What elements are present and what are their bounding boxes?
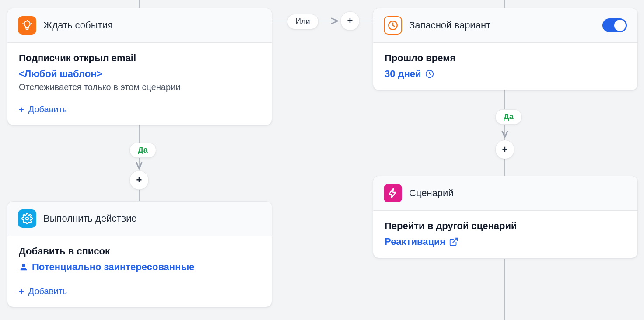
- add-action-button[interactable]: + Добавить: [19, 286, 260, 296]
- action-title: Выполнить действие: [43, 213, 137, 224]
- list-label: Потенциально заинтересованные: [32, 261, 194, 273]
- external-link-icon: [449, 237, 458, 247]
- fallback-subtitle: Прошло время: [385, 52, 626, 64]
- scenario-target-label: Реактивация: [385, 236, 445, 247]
- action-card[interactable]: Выполнить действие Добавить в список Пот…: [7, 201, 272, 307]
- add-event-button[interactable]: + Добавить: [19, 104, 260, 115]
- wait-event-title: Ждать события: [43, 20, 113, 31]
- action-subtitle: Добавить в список: [19, 246, 260, 257]
- fallback-header: Запасной вариант: [373, 8, 637, 43]
- plus-icon: +: [19, 105, 24, 114]
- user-icon: [19, 262, 28, 272]
- add-action-label: Добавить: [28, 286, 67, 296]
- yes-pill-right: Да: [495, 109, 522, 125]
- lightning-icon: [384, 184, 402, 202]
- yes-pill-left: Да: [130, 143, 156, 158]
- svg-point-2: [26, 217, 29, 220]
- clock-small-icon: [425, 69, 434, 79]
- wait-event-header: Ждать события: [7, 8, 272, 43]
- template-link[interactable]: <Любой шаблон>: [19, 68, 260, 80]
- duration-link[interactable]: 30 дней: [385, 68, 434, 80]
- lightbulb-icon: [18, 16, 36, 35]
- scenario-card[interactable]: Сценарий Перейти в другой сценарий Реакт…: [373, 176, 638, 258]
- scenario-target-link[interactable]: Реактивация: [385, 236, 458, 247]
- or-pill: Или: [287, 14, 318, 29]
- add-branch-button[interactable]: +: [340, 11, 360, 31]
- add-step-left-button[interactable]: +: [130, 170, 149, 190]
- fallback-title: Запасной вариант: [409, 20, 490, 31]
- wait-event-card[interactable]: Ждать события Подписчик открыл email <Лю…: [7, 8, 272, 125]
- scope-note: Отслеживается только в этом сценарии: [19, 82, 260, 92]
- fallback-toggle[interactable]: [602, 18, 627, 32]
- add-step-right-button[interactable]: +: [495, 140, 514, 159]
- fallback-card[interactable]: Запасной вариант Прошло время 30 дней: [373, 8, 638, 90]
- duration-label: 30 дней: [385, 68, 421, 80]
- wait-event-subtitle: Подписчик открыл email: [19, 52, 260, 64]
- clock-icon: [384, 16, 402, 35]
- scenario-title: Сценарий: [409, 188, 454, 199]
- action-header: Выполнить действие: [7, 202, 272, 236]
- scenario-subtitle: Перейти в другой сценарий: [385, 220, 626, 232]
- list-link[interactable]: Потенциально заинтересованные: [19, 261, 194, 273]
- scenario-header: Сценарий: [373, 176, 637, 211]
- add-event-label: Добавить: [28, 104, 67, 115]
- gear-icon: [18, 209, 36, 228]
- plus-icon: +: [19, 287, 24, 296]
